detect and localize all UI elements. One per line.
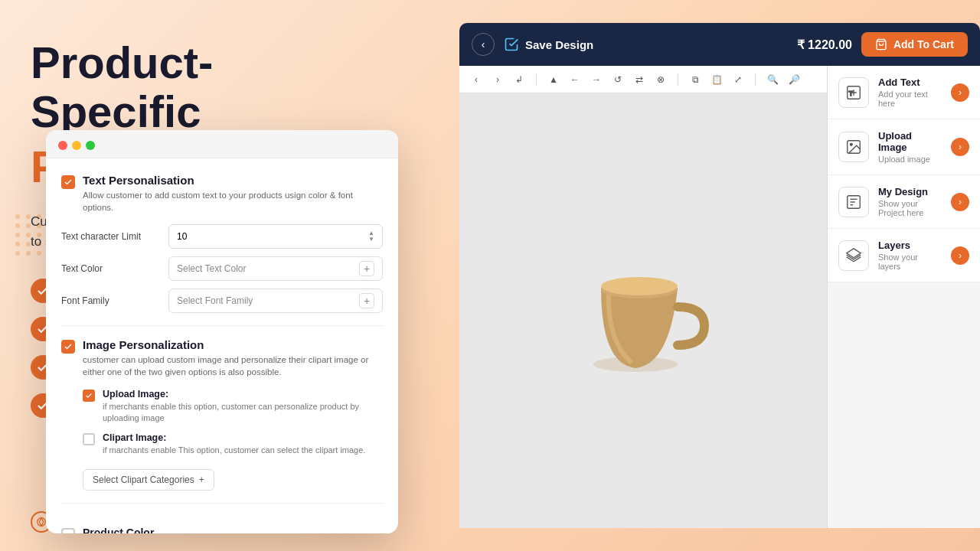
upload-image-checkbox[interactable]	[83, 390, 95, 402]
svg-point-4	[601, 277, 678, 295]
traffic-red[interactable]	[58, 141, 67, 150]
toolbar-zoom-in-icon[interactable]: 🔎	[786, 72, 802, 87]
upload-image-arrow[interactable]: ›	[951, 138, 969, 156]
add-text-title: Add Text	[878, 77, 942, 88]
add-text-info: Add Text Add your text here	[878, 77, 942, 108]
toolbar-redo-icon[interactable]: →	[589, 72, 604, 87]
toolbar-copy-icon[interactable]: ⧉	[688, 72, 703, 87]
text-section-checkbox[interactable]	[61, 175, 75, 189]
text-section-title: Text Personalisation	[83, 174, 383, 187]
text-color-row: Text Color Select Text Color +	[61, 256, 383, 281]
mug-illustration	[567, 234, 720, 387]
upload-image-text: Upload Image: if merchants enable this o…	[103, 389, 383, 423]
toolbar-cursor-icon[interactable]: ↲	[511, 72, 527, 87]
product-color-checkbox[interactable]	[61, 528, 75, 533]
upload-image-info: Upload Image Upload image	[878, 130, 942, 164]
upload-image-icon-box	[838, 132, 869, 162]
char-limit-label: Text character Limit	[61, 231, 161, 242]
section-divider-2	[61, 503, 383, 504]
add-text-icon-box: T	[838, 77, 869, 108]
toolbar-delete-icon[interactable]: ⊗	[653, 72, 668, 87]
modal-traffic-lights	[46, 130, 398, 158]
svg-point-0	[38, 518, 46, 527]
toolbar-resize-icon[interactable]: ⤢	[730, 72, 746, 87]
svg-point-8	[850, 143, 852, 145]
image-sub-options: Upload Image: if merchants enable this o…	[61, 389, 383, 491]
price-tag: ₹ 1220.00	[797, 37, 852, 52]
main-title-line1: Product-Specific	[31, 38, 383, 136]
toolbar: ‹ › ↲ ▲ ← → ↺ ⇄ ⊗ ⧉ 📋 ⤢ 🔍 🔎	[459, 66, 827, 93]
upload-image-row: Upload Image: if merchants enable this o…	[83, 389, 383, 423]
font-family-row: Font Family Select Font Family +	[61, 289, 383, 313]
add-to-cart-button[interactable]: Add To Cart	[861, 32, 968, 57]
product-color-info: Product Color if marchant enable this op…	[83, 527, 348, 533]
layers-info: Layers Show your layers	[878, 240, 942, 271]
svg-text:T: T	[849, 89, 854, 96]
toolbar-flip-icon[interactable]: ⇄	[632, 72, 647, 87]
font-family-label: Font Family	[61, 295, 161, 306]
canvas-area: ‹ › ↲ ▲ ← → ↺ ⇄ ⊗ ⧉ 📋 ⤢ 🔍 🔎	[459, 66, 827, 528]
canvas-content	[459, 93, 827, 528]
clipart-image-row: Clipart Image: if marchants enable This …	[83, 432, 383, 455]
stepper-down[interactable]: ▼	[368, 236, 374, 243]
upload-image-sub-title: Upload Image:	[103, 389, 383, 399]
clipart-image-sub-title: Clipart Image:	[103, 432, 365, 443]
text-color-select[interactable]: Select Text Color +	[168, 256, 383, 281]
section-divider-1	[61, 325, 383, 326]
layers-arrow[interactable]: ›	[951, 246, 969, 265]
save-design-button[interactable]: Save Design	[504, 37, 788, 52]
my-design-arrow[interactable]: ›	[951, 193, 969, 211]
image-section-info: Image Personalization customer can uploa…	[83, 338, 383, 378]
toolbar-zoom-out-icon[interactable]: 🔍	[765, 72, 780, 87]
modal-content: Text Personalisation Allow customer to a…	[46, 158, 398, 533]
upload-image-sub: Upload image	[878, 155, 942, 164]
toolbar-next-icon[interactable]: ›	[490, 72, 505, 87]
product-color-header: Product Color if marchant enable this op…	[61, 527, 383, 533]
app-window: ‹ Save Design ₹ 1220.00 Add To Cart ‹ › …	[459, 23, 980, 528]
image-section-checkbox[interactable]	[61, 340, 75, 354]
image-section-desc: customer can upload custom image and per…	[83, 354, 383, 378]
clipart-image-sub-desc: if marchants enable This option, custome…	[103, 445, 365, 455]
panel-item-add-text[interactable]: T Add Text Add your text here ›	[828, 66, 980, 119]
traffic-green[interactable]	[86, 141, 95, 150]
toolbar-up-icon[interactable]: ▲	[546, 72, 561, 87]
toolbar-divider-2	[678, 73, 678, 86]
char-limit-row: Text character Limit 10 ▲ ▼	[61, 224, 383, 249]
toolbar-paste-icon[interactable]: 📋	[709, 72, 724, 87]
toolbar-divider-1	[536, 73, 537, 86]
font-family-plus[interactable]: +	[359, 293, 374, 308]
clipart-image-checkbox[interactable]	[83, 433, 95, 445]
my-design-title: My Design	[878, 186, 942, 197]
panel-item-upload-image[interactable]: Upload Image Upload image ›	[828, 119, 980, 175]
my-design-sub: Show your Project here	[878, 199, 942, 217]
toolbar-rotate-icon[interactable]: ↺	[610, 72, 626, 87]
clipart-image-text: Clipart Image: if marchants enable This …	[103, 432, 365, 455]
top-bar: ‹ Save Design ₹ 1220.00 Add To Cart	[459, 23, 980, 66]
char-limit-input[interactable]: 10 ▲ ▼	[168, 224, 383, 249]
panel-item-my-design[interactable]: My Design Show your Project here ›	[828, 175, 980, 229]
select-clipart-button[interactable]: Select Clipart Categories +	[83, 469, 214, 491]
settings-modal: Text Personalisation Allow customer to a…	[46, 130, 398, 533]
layers-sub: Show your layers	[878, 253, 942, 271]
text-section-header: Text Personalisation Allow customer to a…	[61, 174, 383, 214]
panel-item-layers[interactable]: Layers Show your layers ›	[828, 229, 980, 282]
right-panel: T Add Text Add your text here › Upload I…	[827, 66, 980, 528]
toolbar-divider-3	[755, 73, 756, 86]
back-button[interactable]: ‹	[472, 33, 495, 56]
my-design-info: My Design Show your Project here	[878, 186, 942, 217]
toolbar-prev-icon[interactable]: ‹	[469, 72, 484, 87]
stepper-arrows: ▲ ▼	[368, 230, 374, 243]
product-color-title: Product Color	[83, 527, 348, 533]
toolbar-undo-icon[interactable]: ←	[567, 72, 583, 87]
image-section-header: Image Personalization customer can uploa…	[61, 338, 383, 378]
layers-title: Layers	[878, 240, 942, 251]
traffic-yellow[interactable]	[72, 141, 81, 150]
my-design-icon-box	[838, 187, 869, 217]
add-text-arrow[interactable]: ›	[951, 83, 969, 102]
text-color-label: Text Color	[61, 263, 161, 274]
font-family-select[interactable]: Select Font Family +	[168, 289, 383, 313]
text-section-desc: Allow customer to add custom text to you…	[83, 189, 383, 214]
layers-icon-box	[838, 240, 869, 271]
image-section-title: Image Personalization	[83, 338, 383, 351]
text-color-plus[interactable]: +	[359, 261, 374, 276]
